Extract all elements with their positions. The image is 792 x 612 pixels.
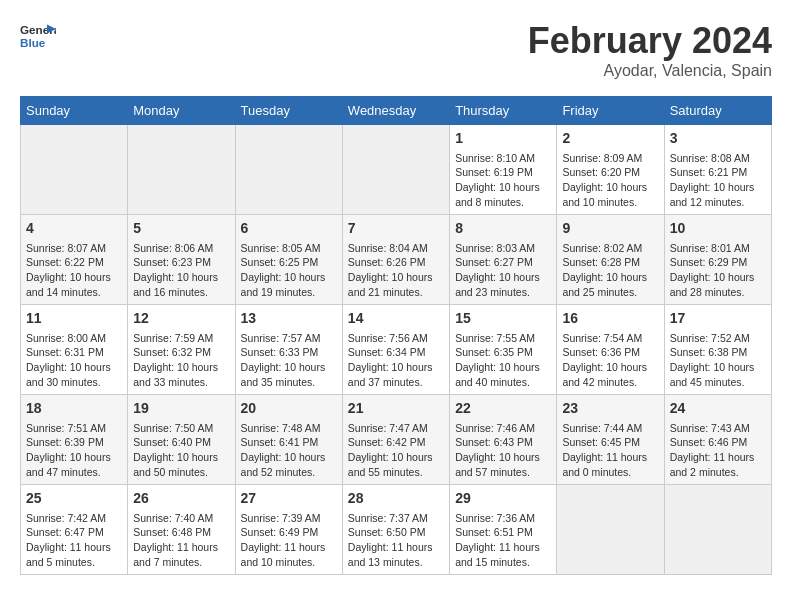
- calendar-week-1: 1Sunrise: 8:10 AM Sunset: 6:19 PM Daylig…: [21, 125, 772, 215]
- calendar-body: 1Sunrise: 8:10 AM Sunset: 6:19 PM Daylig…: [21, 125, 772, 575]
- header-cell-thursday: Thursday: [450, 97, 557, 125]
- svg-text:Blue: Blue: [20, 36, 46, 49]
- header-cell-tuesday: Tuesday: [235, 97, 342, 125]
- day-number: 1: [455, 129, 551, 149]
- logo-icon: General Blue: [20, 20, 56, 56]
- header-cell-monday: Monday: [128, 97, 235, 125]
- day-info: Sunrise: 8:07 AM Sunset: 6:22 PM Dayligh…: [26, 241, 122, 300]
- calendar-cell: [342, 125, 449, 215]
- calendar-cell: 11Sunrise: 8:00 AM Sunset: 6:31 PM Dayli…: [21, 305, 128, 395]
- day-info: Sunrise: 7:55 AM Sunset: 6:35 PM Dayligh…: [455, 331, 551, 390]
- calendar-cell: 8Sunrise: 8:03 AM Sunset: 6:27 PM Daylig…: [450, 215, 557, 305]
- header-cell-wednesday: Wednesday: [342, 97, 449, 125]
- day-info: Sunrise: 8:05 AM Sunset: 6:25 PM Dayligh…: [241, 241, 337, 300]
- calendar-cell: 19Sunrise: 7:50 AM Sunset: 6:40 PM Dayli…: [128, 395, 235, 485]
- calendar-cell: 20Sunrise: 7:48 AM Sunset: 6:41 PM Dayli…: [235, 395, 342, 485]
- calendar-cell: 17Sunrise: 7:52 AM Sunset: 6:38 PM Dayli…: [664, 305, 771, 395]
- calendar-cell: 3Sunrise: 8:08 AM Sunset: 6:21 PM Daylig…: [664, 125, 771, 215]
- calendar-cell: 9Sunrise: 8:02 AM Sunset: 6:28 PM Daylig…: [557, 215, 664, 305]
- calendar-cell: 6Sunrise: 8:05 AM Sunset: 6:25 PM Daylig…: [235, 215, 342, 305]
- day-info: Sunrise: 7:43 AM Sunset: 6:46 PM Dayligh…: [670, 421, 766, 480]
- day-info: Sunrise: 8:09 AM Sunset: 6:20 PM Dayligh…: [562, 151, 658, 210]
- day-number: 23: [562, 399, 658, 419]
- header-cell-sunday: Sunday: [21, 97, 128, 125]
- calendar-cell: 10Sunrise: 8:01 AM Sunset: 6:29 PM Dayli…: [664, 215, 771, 305]
- calendar-cell: 27Sunrise: 7:39 AM Sunset: 6:49 PM Dayli…: [235, 485, 342, 575]
- day-info: Sunrise: 7:36 AM Sunset: 6:51 PM Dayligh…: [455, 511, 551, 570]
- day-info: Sunrise: 8:06 AM Sunset: 6:23 PM Dayligh…: [133, 241, 229, 300]
- calendar-cell: 12Sunrise: 7:59 AM Sunset: 6:32 PM Dayli…: [128, 305, 235, 395]
- calendar-cell: 23Sunrise: 7:44 AM Sunset: 6:45 PM Dayli…: [557, 395, 664, 485]
- day-number: 6: [241, 219, 337, 239]
- day-number: 7: [348, 219, 444, 239]
- day-number: 11: [26, 309, 122, 329]
- title-area: February 2024 Ayodar, Valencia, Spain: [528, 20, 772, 80]
- calendar-cell: 7Sunrise: 8:04 AM Sunset: 6:26 PM Daylig…: [342, 215, 449, 305]
- calendar-week-2: 4Sunrise: 8:07 AM Sunset: 6:22 PM Daylig…: [21, 215, 772, 305]
- calendar-cell: 28Sunrise: 7:37 AM Sunset: 6:50 PM Dayli…: [342, 485, 449, 575]
- day-info: Sunrise: 7:52 AM Sunset: 6:38 PM Dayligh…: [670, 331, 766, 390]
- day-number: 4: [26, 219, 122, 239]
- day-number: 8: [455, 219, 551, 239]
- day-number: 21: [348, 399, 444, 419]
- calendar-cell: 24Sunrise: 7:43 AM Sunset: 6:46 PM Dayli…: [664, 395, 771, 485]
- calendar-cell: [128, 125, 235, 215]
- calendar-cell: [664, 485, 771, 575]
- calendar-cell: [557, 485, 664, 575]
- calendar-cell: 1Sunrise: 8:10 AM Sunset: 6:19 PM Daylig…: [450, 125, 557, 215]
- day-number: 18: [26, 399, 122, 419]
- calendar-cell: 25Sunrise: 7:42 AM Sunset: 6:47 PM Dayli…: [21, 485, 128, 575]
- day-info: Sunrise: 8:01 AM Sunset: 6:29 PM Dayligh…: [670, 241, 766, 300]
- day-number: 5: [133, 219, 229, 239]
- calendar-header-row: SundayMondayTuesdayWednesdayThursdayFrid…: [21, 97, 772, 125]
- header-cell-saturday: Saturday: [664, 97, 771, 125]
- calendar-cell: 14Sunrise: 7:56 AM Sunset: 6:34 PM Dayli…: [342, 305, 449, 395]
- calendar-cell: 15Sunrise: 7:55 AM Sunset: 6:35 PM Dayli…: [450, 305, 557, 395]
- calendar-week-3: 11Sunrise: 8:00 AM Sunset: 6:31 PM Dayli…: [21, 305, 772, 395]
- calendar-cell: 29Sunrise: 7:36 AM Sunset: 6:51 PM Dayli…: [450, 485, 557, 575]
- day-info: Sunrise: 7:39 AM Sunset: 6:49 PM Dayligh…: [241, 511, 337, 570]
- day-number: 13: [241, 309, 337, 329]
- day-number: 17: [670, 309, 766, 329]
- day-info: Sunrise: 7:54 AM Sunset: 6:36 PM Dayligh…: [562, 331, 658, 390]
- day-info: Sunrise: 7:57 AM Sunset: 6:33 PM Dayligh…: [241, 331, 337, 390]
- calendar-cell: 21Sunrise: 7:47 AM Sunset: 6:42 PM Dayli…: [342, 395, 449, 485]
- day-info: Sunrise: 7:47 AM Sunset: 6:42 PM Dayligh…: [348, 421, 444, 480]
- day-info: Sunrise: 7:37 AM Sunset: 6:50 PM Dayligh…: [348, 511, 444, 570]
- day-info: Sunrise: 7:44 AM Sunset: 6:45 PM Dayligh…: [562, 421, 658, 480]
- day-number: 22: [455, 399, 551, 419]
- day-info: Sunrise: 7:50 AM Sunset: 6:40 PM Dayligh…: [133, 421, 229, 480]
- day-number: 20: [241, 399, 337, 419]
- calendar-cell: 13Sunrise: 7:57 AM Sunset: 6:33 PM Dayli…: [235, 305, 342, 395]
- day-number: 15: [455, 309, 551, 329]
- day-info: Sunrise: 7:40 AM Sunset: 6:48 PM Dayligh…: [133, 511, 229, 570]
- day-number: 2: [562, 129, 658, 149]
- day-number: 26: [133, 489, 229, 509]
- day-info: Sunrise: 7:46 AM Sunset: 6:43 PM Dayligh…: [455, 421, 551, 480]
- calendar-cell: 18Sunrise: 7:51 AM Sunset: 6:39 PM Dayli…: [21, 395, 128, 485]
- calendar-week-5: 25Sunrise: 7:42 AM Sunset: 6:47 PM Dayli…: [21, 485, 772, 575]
- day-number: 27: [241, 489, 337, 509]
- calendar-cell: 4Sunrise: 8:07 AM Sunset: 6:22 PM Daylig…: [21, 215, 128, 305]
- day-info: Sunrise: 8:02 AM Sunset: 6:28 PM Dayligh…: [562, 241, 658, 300]
- calendar-cell: [21, 125, 128, 215]
- day-number: 19: [133, 399, 229, 419]
- day-number: 16: [562, 309, 658, 329]
- calendar-cell: 22Sunrise: 7:46 AM Sunset: 6:43 PM Dayli…: [450, 395, 557, 485]
- day-number: 14: [348, 309, 444, 329]
- day-number: 25: [26, 489, 122, 509]
- day-number: 28: [348, 489, 444, 509]
- calendar-table: SundayMondayTuesdayWednesdayThursdayFrid…: [20, 96, 772, 575]
- day-info: Sunrise: 7:56 AM Sunset: 6:34 PM Dayligh…: [348, 331, 444, 390]
- calendar-cell: 16Sunrise: 7:54 AM Sunset: 6:36 PM Dayli…: [557, 305, 664, 395]
- logo: General Blue: [20, 20, 56, 56]
- day-number: 10: [670, 219, 766, 239]
- page-title: February 2024: [528, 20, 772, 62]
- day-number: 24: [670, 399, 766, 419]
- day-info: Sunrise: 8:04 AM Sunset: 6:26 PM Dayligh…: [348, 241, 444, 300]
- day-info: Sunrise: 8:10 AM Sunset: 6:19 PM Dayligh…: [455, 151, 551, 210]
- day-number: 12: [133, 309, 229, 329]
- day-info: Sunrise: 8:08 AM Sunset: 6:21 PM Dayligh…: [670, 151, 766, 210]
- page-subtitle: Ayodar, Valencia, Spain: [528, 62, 772, 80]
- day-info: Sunrise: 7:42 AM Sunset: 6:47 PM Dayligh…: [26, 511, 122, 570]
